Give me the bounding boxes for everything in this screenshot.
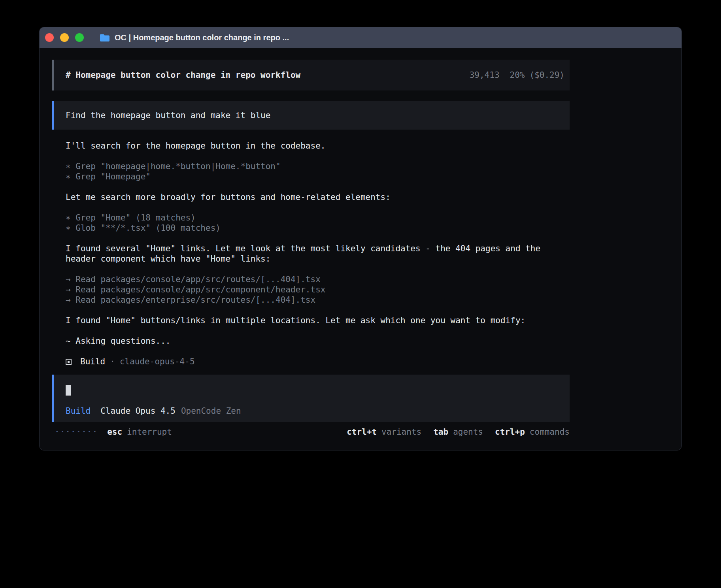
close-button[interactable] — [45, 33, 54, 42]
agent-mode-label[interactable]: Build — [66, 406, 91, 416]
session-stats: 39,41320%($0.29) — [470, 70, 564, 80]
window-title: OC | Homepage button color change in rep… — [115, 33, 289, 42]
activity-status: ~ Asking questions... — [66, 336, 556, 346]
shortcut-label: agents — [453, 427, 483, 437]
shortcut-key: ctrl+t — [347, 427, 377, 437]
agent-model: claude-opus-4-5 — [120, 356, 195, 367]
provider-label: OpenCode Zen — [181, 406, 241, 416]
terminal-content: # Homepage button color change in repo w… — [52, 60, 570, 437]
shortcut-key: ctrl+p — [495, 427, 525, 437]
session-title: # Homepage button color change in repo w… — [66, 70, 300, 80]
user-message: Find the homepage button and make it blu… — [52, 101, 570, 130]
status-bar-right: ctrl+t variants tab agents ctrl+p comman… — [335, 427, 570, 437]
user-message-text: Find the homepage button and make it blu… — [66, 111, 270, 120]
shortcut-commands: ctrl+p commands — [495, 427, 570, 437]
folder-icon — [100, 34, 110, 41]
shortcut-label: variants — [381, 427, 421, 437]
agent-indicator: Build · claude-opus-4-5 — [66, 356, 556, 367]
transcript: I'll search for the homepage button in t… — [52, 141, 570, 367]
tool-call-group: ∗ Grep "homepage|home.*button|Home.*butt… — [66, 161, 556, 182]
esc-shortcut-label: interrupt — [127, 427, 172, 437]
shortcut-key: tab — [433, 427, 448, 437]
session-cost: ($0.29) — [529, 70, 564, 80]
tool-call-grep: ∗ Grep "Home" (18 matches) — [66, 213, 556, 223]
shortcut-agents: tab agents — [433, 427, 483, 437]
text-cursor — [66, 385, 71, 396]
tool-call-read: → Read packages/console/app/src/routes/[… — [66, 274, 556, 285]
minimize-button[interactable] — [60, 33, 69, 42]
terminal-window: OC | Homepage button color change in rep… — [39, 27, 682, 450]
shortcut-variants: ctrl+t variants — [347, 427, 421, 437]
tool-call-group: → Read packages/console/app/src/routes/[… — [66, 274, 556, 305]
agent-name: Build — [80, 356, 105, 367]
assistant-text: I'll search for the homepage button in t… — [66, 141, 556, 151]
tool-call-read: → Read packages/console/app/src/componen… — [66, 285, 556, 295]
input-footer: Build Claude Opus 4.5 OpenCode Zen — [66, 406, 558, 416]
context-percent: 20% — [510, 70, 525, 80]
esc-shortcut-key: esc — [107, 427, 122, 437]
spinner-dots: ········ — [55, 427, 98, 437]
shortcut-label: commands — [530, 427, 570, 437]
token-count: 39,413 — [470, 70, 500, 80]
assistant-text: I found "Home" buttons/links in multiple… — [66, 315, 556, 326]
window-titlebar[interactable]: OC | Homepage button color change in rep… — [40, 27, 681, 48]
agent-square-icon — [66, 359, 72, 365]
tool-call-grep: ∗ Grep "homepage|home.*button|Home.*butt… — [66, 161, 556, 172]
tool-call-glob: ∗ Glob "**/*.tsx" (100 matches) — [66, 223, 556, 233]
tool-call-grep: ∗ Grep "Homepage" — [66, 172, 556, 182]
zoom-button[interactable] — [75, 33, 84, 42]
tool-call-group: ∗ Grep "Home" (18 matches) ∗ Glob "**/*.… — [66, 213, 556, 233]
assistant-text: Let me search more broadly for buttons a… — [66, 192, 556, 202]
prompt-input[interactable]: Build Claude Opus 4.5 OpenCode Zen — [52, 375, 570, 422]
tool-call-read: → Read packages/enterprise/src/routes/[.… — [66, 295, 556, 305]
status-bar: ········ esc interrupt ctrl+t variants t… — [52, 427, 570, 437]
model-label[interactable]: Claude Opus 4.5 — [100, 406, 176, 416]
session-header: # Homepage button color change in repo w… — [52, 60, 570, 90]
agent-separator: · — [110, 356, 115, 367]
assistant-text: I found several "Home" links. Let me loo… — [66, 243, 556, 264]
status-bar-left: ········ esc interrupt — [55, 427, 172, 437]
